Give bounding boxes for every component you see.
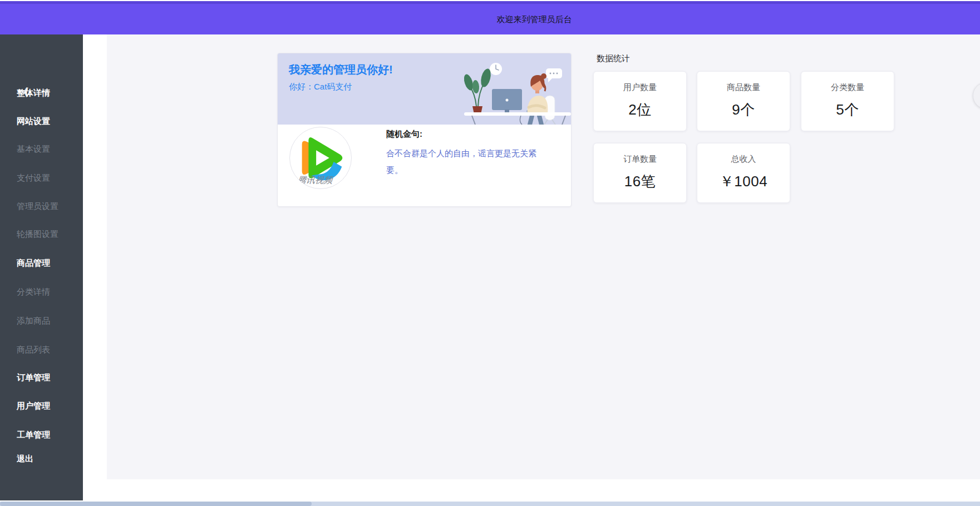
stat-card-users: 用户数量 2位: [593, 71, 687, 131]
stat-value: ￥1004: [697, 172, 790, 191]
sidebar-item-site-settings[interactable]: 网站设置: [17, 116, 50, 127]
horizontal-scrollbar[interactable]: [0, 502, 980, 506]
sidebar-item-user-mgmt[interactable]: 用户管理: [17, 400, 50, 411]
page-title: 欢迎来到管理员后台: [497, 4, 572, 34]
sidebar-item-carousel-settings[interactable]: 轮播图设置: [17, 229, 58, 240]
svg-text:腾讯视频: 腾讯视频: [297, 175, 334, 185]
stat-card-categories: 分类数量 5个: [801, 71, 894, 131]
welcome-title: 我亲爱的管理员你好!: [289, 62, 393, 77]
sidebar-item-product-mgmt[interactable]: 商品管理: [17, 257, 50, 269]
stat-value: 16笔: [594, 172, 686, 191]
sidebar-item-overview[interactable]: 整体详情: [17, 87, 50, 98]
sidebar-item-logout[interactable]: 退出: [17, 453, 33, 464]
sidebar-item-admin-settings[interactable]: 管理员设置: [17, 201, 58, 212]
sidebar-item-basic-settings[interactable]: 基本设置: [17, 143, 50, 155]
sidebar: 《 整体详情 网站设置 基本设置 支付设置 管理员设置 轮播图设置 商品管理 分…: [0, 34, 83, 500]
stat-label: 分类数量: [801, 82, 894, 93]
stat-card-orders: 订单数量 16笔: [593, 143, 687, 203]
quote-text: 合不合群是个人的自由，谣言更是无关紧要。: [386, 145, 543, 178]
stat-label: 用户数量: [594, 82, 686, 93]
welcome-hero: 我亲爱的管理员你好! 你好：Cat码支付: [278, 53, 571, 125]
sidebar-item-ticket-mgmt[interactable]: 工单管理: [17, 429, 50, 440]
sidebar-item-order-mgmt[interactable]: 订单管理: [17, 372, 50, 383]
stat-value: 5个: [801, 100, 894, 120]
tencent-video-logo-icon: 腾讯视频: [289, 127, 352, 189]
welcome-card: 我亲爱的管理员你好! 你好：Cat码支付: [277, 53, 572, 207]
sidebar-item-add-product[interactable]: 添加商品: [17, 315, 50, 326]
sidebar-item-category-detail[interactable]: 分类详情: [17, 286, 50, 297]
stat-label: 总收入: [697, 154, 790, 165]
stat-card-revenue: 总收入 ￥1004: [697, 143, 790, 203]
stats-section-title: 数据统计: [597, 53, 630, 64]
woman-at-desk-illustration-icon: [404, 53, 571, 125]
stat-card-products: 商品数量 9个: [697, 71, 790, 131]
sidebar-item-product-list[interactable]: 商品列表: [17, 344, 50, 355]
topbar: 欢迎来到管理员后台: [0, 1, 980, 34]
scrollbar-thumb[interactable]: [0, 502, 312, 506]
stat-label: 商品数量: [697, 82, 790, 93]
stat-value: 9个: [697, 100, 790, 120]
quote-heading: 随机金句:: [386, 129, 422, 140]
sidebar-item-payment-settings[interactable]: 支付设置: [17, 172, 50, 183]
stat-label: 订单数量: [594, 154, 686, 165]
welcome-subtitle: 你好：Cat码支付: [289, 82, 352, 92]
stat-value: 2位: [594, 100, 686, 120]
